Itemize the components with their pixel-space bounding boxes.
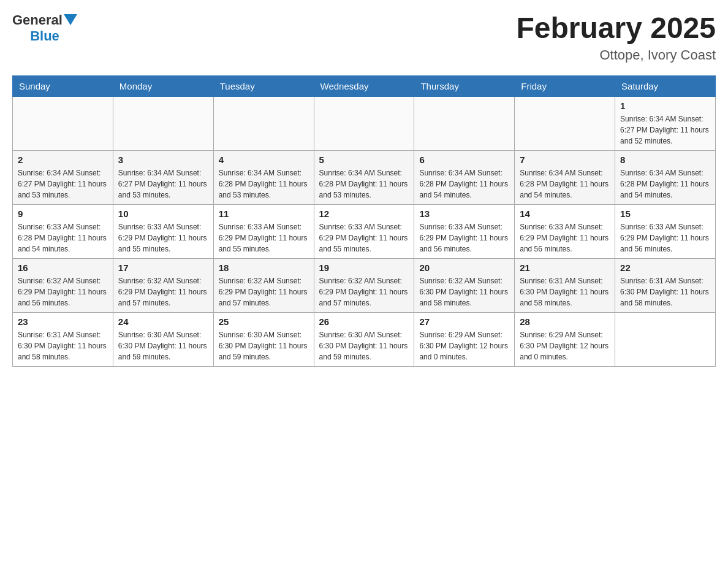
day-number: 15	[620, 209, 710, 219]
day-info: Sunrise: 6:33 AM Sunset: 6:29 PM Dayligh…	[118, 221, 208, 255]
day-number: 5	[319, 155, 409, 165]
calendar-day-cell: 20Sunrise: 6:32 AM Sunset: 6:30 PM Dayli…	[414, 258, 515, 312]
weekday-header-thursday: Thursday	[414, 75, 515, 96]
calendar-day-cell: 9Sunrise: 6:33 AM Sunset: 6:28 PM Daylig…	[13, 204, 113, 258]
day-info: Sunrise: 6:34 AM Sunset: 6:28 PM Dayligh…	[620, 167, 710, 201]
calendar-day-cell: 11Sunrise: 6:33 AM Sunset: 6:29 PM Dayli…	[213, 204, 314, 258]
day-number: 10	[118, 209, 208, 219]
day-number: 4	[219, 155, 309, 165]
calendar-day-cell: 28Sunrise: 6:29 AM Sunset: 6:30 PM Dayli…	[515, 312, 615, 366]
logo: General Blue	[12, 12, 77, 44]
day-number: 21	[520, 262, 610, 273]
calendar-day-cell: 18Sunrise: 6:32 AM Sunset: 6:29 PM Dayli…	[213, 258, 314, 312]
calendar-week-row: 16Sunrise: 6:32 AM Sunset: 6:29 PM Dayli…	[13, 258, 716, 312]
day-info: Sunrise: 6:29 AM Sunset: 6:30 PM Dayligh…	[419, 329, 509, 362]
day-info: Sunrise: 6:30 AM Sunset: 6:30 PM Dayligh…	[118, 329, 208, 362]
day-number: 6	[419, 155, 509, 165]
calendar-day-cell: 3Sunrise: 6:34 AM Sunset: 6:27 PM Daylig…	[113, 150, 213, 204]
day-info: Sunrise: 6:32 AM Sunset: 6:29 PM Dayligh…	[219, 275, 309, 308]
calendar-day-cell: 13Sunrise: 6:33 AM Sunset: 6:29 PM Dayli…	[414, 204, 515, 258]
calendar-day-cell: 22Sunrise: 6:31 AM Sunset: 6:30 PM Dayli…	[615, 258, 716, 312]
weekday-header-sunday: Sunday	[13, 75, 113, 96]
day-info: Sunrise: 6:34 AM Sunset: 6:28 PM Dayligh…	[319, 167, 409, 201]
logo-wrapper: General Blue	[12, 12, 77, 44]
calendar-day-cell: 12Sunrise: 6:33 AM Sunset: 6:29 PM Dayli…	[314, 204, 414, 258]
day-number: 16	[18, 262, 108, 273]
day-number: 26	[319, 316, 409, 327]
calendar-day-cell	[213, 96, 314, 150]
day-number: 1	[620, 101, 710, 111]
weekday-header-tuesday: Tuesday	[213, 75, 314, 96]
day-number: 20	[419, 262, 509, 273]
calendar-day-cell: 23Sunrise: 6:31 AM Sunset: 6:30 PM Dayli…	[13, 312, 113, 366]
day-info: Sunrise: 6:32 AM Sunset: 6:29 PM Dayligh…	[118, 275, 208, 308]
day-info: Sunrise: 6:29 AM Sunset: 6:30 PM Dayligh…	[520, 329, 610, 362]
logo-line1: General	[12, 12, 77, 28]
day-info: Sunrise: 6:30 AM Sunset: 6:30 PM Dayligh…	[319, 329, 409, 362]
day-number: 8	[620, 155, 710, 165]
calendar-day-cell: 5Sunrise: 6:34 AM Sunset: 6:28 PM Daylig…	[314, 150, 414, 204]
weekday-header-wednesday: Wednesday	[314, 75, 414, 96]
calendar-day-cell: 21Sunrise: 6:31 AM Sunset: 6:30 PM Dayli…	[515, 258, 615, 312]
calendar-day-cell	[615, 312, 716, 366]
day-number: 11	[219, 209, 309, 219]
weekday-header-monday: Monday	[113, 75, 213, 96]
title-section: February 2025 Ottope, Ivory Coast	[516, 12, 716, 63]
calendar-day-cell: 16Sunrise: 6:32 AM Sunset: 6:29 PM Dayli…	[13, 258, 113, 312]
page-header: General Blue February 2025 Ottope, Ivory…	[12, 12, 716, 63]
weekday-header-friday: Friday	[515, 75, 615, 96]
calendar-day-cell: 4Sunrise: 6:34 AM Sunset: 6:28 PM Daylig…	[213, 150, 314, 204]
day-info: Sunrise: 6:32 AM Sunset: 6:29 PM Dayligh…	[18, 275, 108, 308]
calendar-week-row: 1Sunrise: 6:34 AM Sunset: 6:27 PM Daylig…	[13, 96, 716, 150]
day-info: Sunrise: 6:33 AM Sunset: 6:28 PM Dayligh…	[18, 221, 108, 255]
day-number: 12	[319, 209, 409, 219]
day-info: Sunrise: 6:33 AM Sunset: 6:29 PM Dayligh…	[319, 221, 409, 255]
logo-arrow-icon	[64, 14, 77, 28]
calendar-body: 1Sunrise: 6:34 AM Sunset: 6:27 PM Daylig…	[13, 96, 716, 366]
calendar-week-row: 9Sunrise: 6:33 AM Sunset: 6:28 PM Daylig…	[13, 204, 716, 258]
day-number: 27	[419, 316, 509, 327]
day-info: Sunrise: 6:34 AM Sunset: 6:27 PM Dayligh…	[118, 167, 208, 201]
calendar-day-cell	[414, 96, 515, 150]
calendar-day-cell: 1Sunrise: 6:34 AM Sunset: 6:27 PM Daylig…	[615, 96, 716, 150]
day-info: Sunrise: 6:34 AM Sunset: 6:27 PM Dayligh…	[18, 167, 108, 201]
day-info: Sunrise: 6:34 AM Sunset: 6:28 PM Dayligh…	[219, 167, 309, 201]
day-number: 13	[419, 209, 509, 219]
calendar-day-cell: 14Sunrise: 6:33 AM Sunset: 6:29 PM Dayli…	[515, 204, 615, 258]
day-info: Sunrise: 6:33 AM Sunset: 6:29 PM Dayligh…	[419, 221, 509, 255]
calendar-table: SundayMondayTuesdayWednesdayThursdayFrid…	[12, 75, 716, 367]
svg-marker-0	[64, 14, 77, 25]
calendar-day-cell: 17Sunrise: 6:32 AM Sunset: 6:29 PM Dayli…	[113, 258, 213, 312]
day-number: 17	[118, 262, 208, 273]
calendar-day-cell: 27Sunrise: 6:29 AM Sunset: 6:30 PM Dayli…	[414, 312, 515, 366]
calendar-day-cell: 10Sunrise: 6:33 AM Sunset: 6:29 PM Dayli…	[113, 204, 213, 258]
calendar-day-cell	[13, 96, 113, 150]
day-number: 19	[319, 262, 409, 273]
calendar-week-row: 23Sunrise: 6:31 AM Sunset: 6:30 PM Dayli…	[13, 312, 716, 366]
day-info: Sunrise: 6:32 AM Sunset: 6:30 PM Dayligh…	[419, 275, 509, 308]
calendar-day-cell: 2Sunrise: 6:34 AM Sunset: 6:27 PM Daylig…	[13, 150, 113, 204]
weekday-header-row: SundayMondayTuesdayWednesdayThursdayFrid…	[13, 75, 716, 96]
day-info: Sunrise: 6:34 AM Sunset: 6:27 PM Dayligh…	[620, 113, 710, 147]
day-number: 3	[118, 155, 208, 165]
calendar-day-cell: 26Sunrise: 6:30 AM Sunset: 6:30 PM Dayli…	[314, 312, 414, 366]
calendar-day-cell: 25Sunrise: 6:30 AM Sunset: 6:30 PM Dayli…	[213, 312, 314, 366]
calendar-header: SundayMondayTuesdayWednesdayThursdayFrid…	[13, 75, 716, 96]
day-number: 7	[520, 155, 610, 165]
day-number: 14	[520, 209, 610, 219]
day-info: Sunrise: 6:34 AM Sunset: 6:28 PM Dayligh…	[419, 167, 509, 201]
day-number: 24	[118, 316, 208, 327]
day-number: 2	[18, 155, 108, 165]
calendar-day-cell: 15Sunrise: 6:33 AM Sunset: 6:29 PM Dayli…	[615, 204, 716, 258]
calendar-day-cell: 8Sunrise: 6:34 AM Sunset: 6:28 PM Daylig…	[615, 150, 716, 204]
day-number: 18	[219, 262, 309, 273]
day-info: Sunrise: 6:33 AM Sunset: 6:29 PM Dayligh…	[520, 221, 610, 255]
calendar-day-cell	[515, 96, 615, 150]
day-info: Sunrise: 6:34 AM Sunset: 6:28 PM Dayligh…	[520, 167, 610, 201]
calendar-day-cell: 24Sunrise: 6:30 AM Sunset: 6:30 PM Dayli…	[113, 312, 213, 366]
day-info: Sunrise: 6:33 AM Sunset: 6:29 PM Dayligh…	[620, 221, 710, 255]
day-number: 28	[520, 316, 610, 327]
day-number: 9	[18, 209, 108, 219]
day-info: Sunrise: 6:31 AM Sunset: 6:30 PM Dayligh…	[620, 275, 710, 308]
month-title: February 2025	[516, 12, 716, 45]
